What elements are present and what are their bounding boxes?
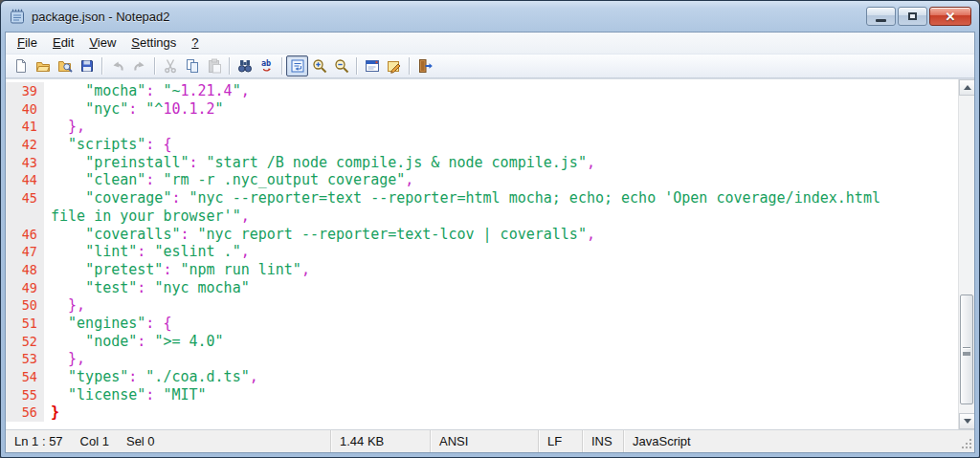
code-text: },: [44, 118, 85, 136]
editor-lines[interactable]: 39 "mocha": "~1.21.4",40 "nyc": "^10.1.2…: [6, 82, 958, 429]
redo-icon: [132, 58, 147, 74]
line-number[interactable]: 54: [6, 368, 44, 386]
zoom-in-button[interactable]: [308, 55, 330, 76]
paste-button: [203, 55, 225, 76]
code-line[interactable]: 54 "types": "./coa.d.ts",: [6, 368, 958, 386]
zoom-out-button[interactable]: [330, 55, 352, 76]
scroll-down-button[interactable]: [959, 413, 974, 429]
menu-item-help[interactable]: ?: [184, 33, 206, 53]
code-line[interactable]: 51 "engines": {: [6, 315, 958, 333]
menu-item-edit[interactable]: Edit: [45, 33, 81, 53]
minimize-button[interactable]: [866, 7, 896, 26]
column-indicator: Col 1: [80, 434, 109, 448]
code-line[interactable]: 55 "license": "MIT": [6, 386, 958, 404]
line-number[interactable]: 46: [6, 226, 44, 244]
line-ending-cell[interactable]: LF: [539, 430, 583, 452]
menu-item-view[interactable]: View: [81, 33, 123, 53]
resize-grip[interactable]: [960, 438, 972, 450]
line-number[interactable]: 42: [6, 136, 44, 154]
copy-button[interactable]: [181, 55, 203, 76]
line-number[interactable]: 45: [6, 189, 44, 207]
file-size-cell: 1.44 KB: [331, 430, 431, 452]
code-line[interactable]: 50 },: [6, 296, 958, 315]
code-text: "clean": "rm -r .nyc_output coverage",: [44, 171, 413, 189]
code-line[interactable]: 53 },: [6, 350, 958, 368]
code-line[interactable]: 47 "lint": "eslint .",: [6, 243, 958, 261]
line-number[interactable]: 40: [6, 100, 44, 119]
code-line[interactable]: 44 "clean": "rm -r .nyc_output coverage"…: [6, 171, 958, 189]
code-line[interactable]: 56}: [6, 403, 958, 422]
line-number[interactable]: 47: [6, 243, 44, 261]
window-title: package.json - Notepad2: [32, 10, 170, 24]
scheme-config-button[interactable]: [361, 55, 383, 76]
insert-mode-cell[interactable]: INS: [583, 430, 624, 452]
encoding-cell[interactable]: ANSI: [431, 430, 539, 452]
scrollbar-thumb[interactable]: [960, 294, 973, 404]
line-number[interactable]: 41: [6, 118, 44, 136]
menu-item-settings[interactable]: Settings: [123, 33, 184, 53]
status-bar: Ln 1 : 57 Col 1 Sel 0 1.44 KB ANSI LF IN…: [6, 429, 974, 452]
replace-button[interactable]: ab: [256, 55, 278, 76]
save-file-button[interactable]: [76, 55, 98, 76]
line-number[interactable]: 48: [6, 261, 44, 279]
line-number[interactable]: 55: [6, 386, 44, 404]
close-button[interactable]: ✕: [929, 7, 971, 26]
selection-indicator: Sel 0: [126, 434, 155, 448]
customize-schemes-button[interactable]: [383, 55, 405, 76]
code-line[interactable]: 48 "pretest": "npm run lint",: [6, 261, 958, 279]
code-line[interactable]: file in your browser'",: [6, 207, 958, 226]
code-text: "scripts": {: [44, 136, 171, 154]
find-icon: [237, 58, 253, 74]
code-text: "nyc": "^10.1.2": [44, 100, 224, 119]
line-number[interactable]: 56: [6, 403, 44, 422]
line-number[interactable]: 52: [6, 333, 44, 351]
browse-files-button[interactable]: [54, 55, 76, 76]
line-number[interactable]: 51: [6, 315, 44, 333]
restore-button[interactable]: [898, 7, 927, 26]
code-line[interactable]: 43 "preinstall": "start /B node compile.…: [6, 154, 958, 172]
toolbar-separator: [101, 57, 102, 75]
svg-text:ab: ab: [261, 58, 271, 68]
word-wrap-button[interactable]: [286, 55, 308, 76]
code-text: "pretest": "npm run lint",: [44, 261, 310, 279]
exit-icon: [417, 58, 433, 74]
exit-button[interactable]: [413, 55, 435, 76]
line-number[interactable]: 39: [6, 82, 44, 100]
code-line[interactable]: 45 "coverage": "nyc --reporter=text --re…: [6, 189, 958, 207]
toolbar-separator: [356, 57, 357, 75]
code-line[interactable]: 39 "mocha": "~1.21.4",: [6, 82, 958, 100]
code-text: "node": ">= 4.0": [44, 333, 224, 351]
code-text: "mocha": "~1.21.4",: [44, 82, 250, 100]
code-line[interactable]: 41 },: [6, 118, 958, 136]
code-text: "types": "./coa.d.ts",: [44, 368, 258, 386]
find-button[interactable]: [234, 55, 256, 76]
syntax-scheme-cell[interactable]: JavaScript: [624, 430, 974, 452]
code-line[interactable]: 52 "node": ">= 4.0": [6, 333, 958, 351]
code-line[interactable]: 42 "scripts": {: [6, 136, 958, 154]
vertical-scrollbar[interactable]: [958, 79, 974, 429]
line-number[interactable]: 49: [6, 279, 44, 297]
code-text: "lint": "eslint .",: [44, 243, 250, 261]
scroll-up-button[interactable]: [959, 79, 974, 96]
menu-item-file[interactable]: File: [10, 33, 45, 53]
code-text: "license": "MIT": [44, 386, 207, 404]
open-file-icon: [35, 58, 51, 74]
code-line[interactable]: 46 "coveralls": "nyc report --reporter=t…: [6, 226, 958, 244]
new-file-icon: [13, 58, 29, 74]
line-number[interactable]: 43: [6, 154, 44, 172]
menu-bar: FileEditViewSettings?: [6, 33, 974, 54]
line-number[interactable]: [6, 207, 44, 226]
copy-icon: [185, 58, 200, 74]
text-editor[interactable]: 39 "mocha": "~1.21.4",40 "nyc": "^10.1.2…: [6, 78, 974, 429]
caret-position-cell[interactable]: Ln 1 : 57 Col 1 Sel 0: [6, 430, 331, 452]
line-number[interactable]: 44: [6, 171, 44, 189]
code-line[interactable]: 49 "test": "nyc mocha": [6, 279, 958, 297]
code-line[interactable]: 40 "nyc": "^10.1.2": [6, 100, 958, 119]
toolbar-separator: [154, 57, 155, 75]
line-number[interactable]: 53: [6, 350, 44, 368]
open-file-button[interactable]: [32, 55, 54, 76]
line-number[interactable]: 50: [6, 296, 44, 315]
cut-button: [159, 55, 181, 76]
title-bar[interactable]: package.json - Notepad2 ✕: [1, 1, 979, 32]
new-file-button[interactable]: [10, 55, 32, 76]
